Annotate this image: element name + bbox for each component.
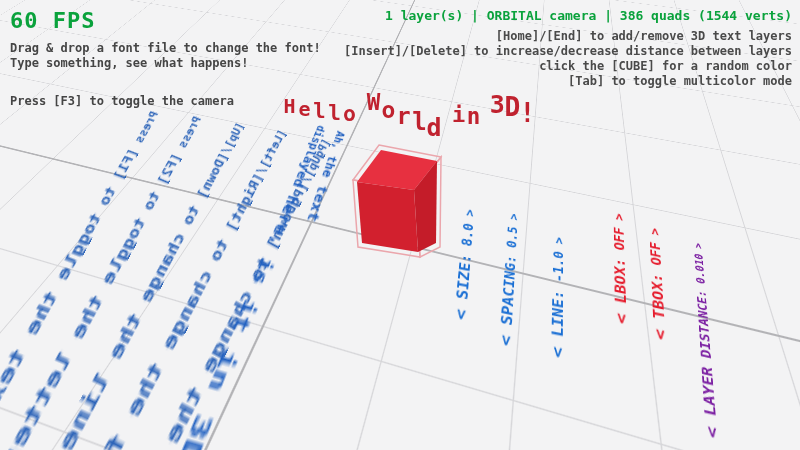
hint-multicolor-mode: [Tab] to toggle multicolor mode [344,74,792,89]
hint-type-something: Type something, see what happens! [10,56,321,71]
cube-front-face [357,182,418,252]
hint-cube-random-color: click the [CUBE] for a random color [344,59,792,74]
title-letter: r [397,103,411,130]
hud-top-left: 60 FPS Drag & drop a font file to change… [10,8,321,109]
title-letter: o [382,97,396,124]
title-letter: ! [519,98,535,128]
fps-counter: 60 FPS [10,8,321,33]
title-letter: i [452,102,465,128]
title-letter: o [343,101,356,126]
font-demo-app: Press [F1] to toggle the text boundary P… [0,0,800,450]
status-bar: 1 layer(s) | ORBITAL camera | 386 quads … [344,8,792,23]
title-letter: l [412,108,426,136]
title-letter: D [504,92,520,122]
title-letter: 3 [490,90,505,119]
hint-layer-distance: [Insert]/[Delete] to increase/decrease d… [344,44,792,59]
title-letter: l [328,100,341,124]
hud-top-right: 1 layer(s) | ORBITAL camera | 386 quads … [344,8,792,89]
hint-toggle-camera: Press [F3] to toggle the camera [10,94,321,109]
title-letter: d [427,113,442,142]
title-letter: W [367,89,381,115]
hint-drag-drop-font: Drag & drop a font file to change the fo… [10,41,321,56]
hint-add-remove-layers: [Home]/[End] to add/remove 3D text layer… [344,29,792,44]
title-letter: n [466,103,480,129]
